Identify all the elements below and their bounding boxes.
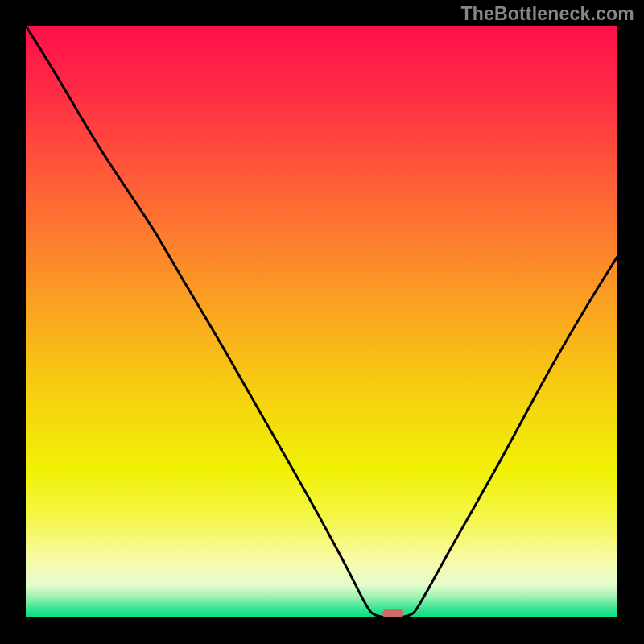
plot-area	[26, 26, 617, 617]
optimal-point-marker	[382, 609, 403, 617]
watermark-label: TheBottleneck.com	[460, 3, 634, 25]
chart-frame: TheBottleneck.com	[0, 0, 644, 644]
bottleneck-curve	[26, 26, 617, 617]
